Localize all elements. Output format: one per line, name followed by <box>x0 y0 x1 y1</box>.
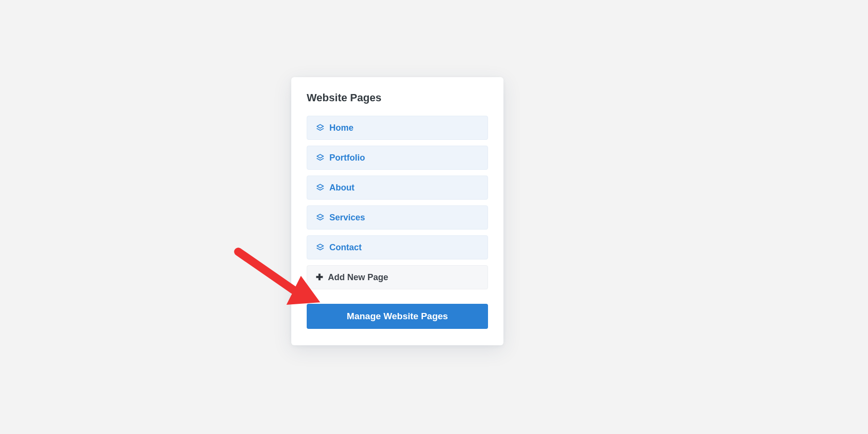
layers-icon <box>316 243 325 252</box>
svg-marker-2 <box>317 184 324 188</box>
page-item-label: Home <box>329 123 353 133</box>
svg-marker-3 <box>317 214 324 218</box>
layers-icon <box>316 183 325 192</box>
manage-website-pages-button[interactable]: Manage Website Pages <box>307 304 488 329</box>
add-new-page-label: Add New Page <box>328 272 388 283</box>
layers-icon <box>316 123 325 132</box>
plus-icon: ✚ <box>316 273 323 282</box>
svg-marker-4 <box>317 244 324 248</box>
page-item-contact[interactable]: Contact <box>307 235 488 259</box>
page-item-portfolio[interactable]: Portfolio <box>307 146 488 170</box>
page-item-label: Contact <box>329 243 362 253</box>
page-item-label: Portfolio <box>329 153 365 163</box>
page-item-label: About <box>329 183 354 193</box>
page-item-home[interactable]: Home <box>307 116 488 140</box>
svg-marker-1 <box>317 154 324 158</box>
page-item-label: Services <box>329 213 365 223</box>
page-list: Home Portfolio About <box>307 116 488 289</box>
add-new-page-button[interactable]: ✚ Add New Page <box>307 265 488 289</box>
layers-icon <box>316 153 325 162</box>
panel-title: Website Pages <box>307 92 488 104</box>
website-pages-panel: Website Pages Home Portfolio <box>291 77 503 345</box>
page-item-services[interactable]: Services <box>307 205 488 230</box>
page-item-about[interactable]: About <box>307 176 488 200</box>
svg-marker-0 <box>317 124 324 128</box>
layers-icon <box>316 213 325 222</box>
